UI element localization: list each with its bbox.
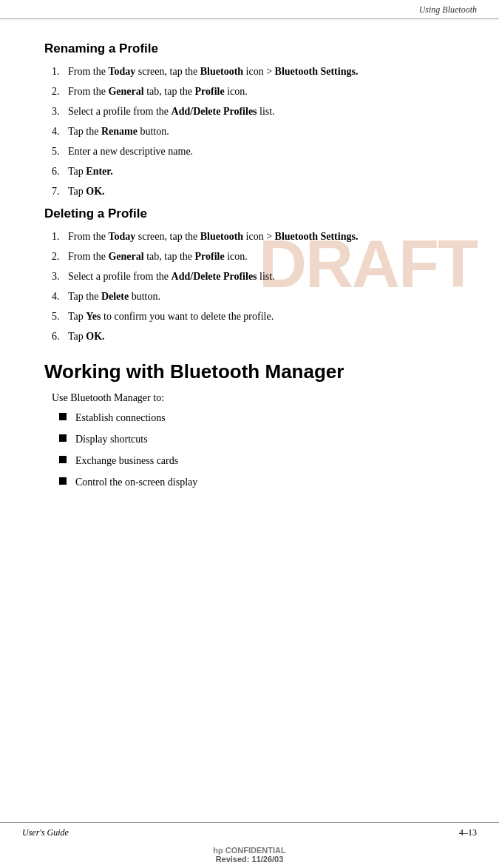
step-text: Tap the Rename button. bbox=[68, 124, 462, 139]
step-text: Select a profile from the Add/Delete Pro… bbox=[68, 104, 462, 119]
step-item: 1. From the Today screen, tap the Blueto… bbox=[44, 64, 462, 79]
step-num: 3. bbox=[52, 269, 68, 284]
deleting-steps: 1. From the Today screen, tap the Blueto… bbox=[44, 229, 462, 344]
step-num: 1. bbox=[52, 229, 68, 244]
step-num: 6. bbox=[52, 164, 68, 179]
bold-text: Profile bbox=[194, 251, 224, 262]
bold-text: Enter. bbox=[86, 166, 112, 177]
footer-confidential: hp CONFIDENTIAL Revised: 11/26/03 bbox=[0, 843, 499, 868]
content-area: DRAFT Renaming a Profile 1. From the Tod… bbox=[0, 19, 499, 822]
step-num: 5. bbox=[52, 309, 68, 324]
bold-text: Bluetooth bbox=[200, 66, 243, 77]
bold-text: General bbox=[108, 86, 143, 97]
step-num: 4. bbox=[52, 289, 68, 304]
footer-left: User's Guide bbox=[22, 827, 69, 838]
bullet-item: Display shortcuts bbox=[59, 431, 462, 447]
bold-text: Bluetooth Settings. bbox=[275, 231, 359, 242]
step-item: 5. Tap Yes to confirm you want to delete… bbox=[44, 309, 462, 324]
working-heading: Working with Bluetooth Manager bbox=[44, 360, 462, 383]
step-item: 6. Tap OK. bbox=[44, 329, 462, 344]
bullet-icon bbox=[59, 434, 67, 442]
bullet-icon bbox=[59, 477, 67, 485]
bullet-text: Establish connections bbox=[75, 410, 166, 425]
revised-label: Revised: 11/26/03 bbox=[0, 855, 499, 864]
bold-text: Profile bbox=[194, 86, 224, 97]
step-num: 1. bbox=[52, 64, 68, 79]
step-item: 5. Enter a new descriptive name. bbox=[44, 144, 462, 159]
step-text: From the General tab, tap the Profile ic… bbox=[68, 249, 462, 264]
bold-text: Bluetooth Settings. bbox=[275, 66, 359, 77]
step-num: 4. bbox=[52, 124, 68, 139]
bullet-icon bbox=[59, 456, 67, 463]
renaming-section: Renaming a Profile 1. From the Today scr… bbox=[44, 41, 462, 199]
step-num: 6. bbox=[52, 329, 68, 344]
deleting-heading: Deleting a Profile bbox=[44, 206, 462, 221]
bold-text: Delete bbox=[101, 291, 129, 302]
step-item: 4. Tap the Delete button. bbox=[44, 289, 462, 304]
step-num: 5. bbox=[52, 144, 68, 159]
step-item: 7. Tap OK. bbox=[44, 184, 462, 199]
working-intro: Use Bluetooth Manager to: bbox=[44, 392, 462, 404]
bold-text: Yes bbox=[86, 311, 101, 322]
footer-bar: User's Guide 4–13 bbox=[0, 822, 499, 843]
step-num: 3. bbox=[52, 104, 68, 119]
step-text: Tap the Delete button. bbox=[68, 289, 462, 304]
bullet-text: Exchange business cards bbox=[75, 453, 178, 468]
step-num: 7. bbox=[52, 184, 68, 199]
page-container: Using Bluetooth DRAFT Renaming a Profile… bbox=[0, 0, 499, 868]
bullet-text: Control the on-screen display bbox=[75, 474, 197, 490]
bullet-text: Display shortcuts bbox=[75, 431, 148, 447]
step-text: Select a profile from the Add/Delete Pro… bbox=[68, 269, 462, 284]
deleting-section: Deleting a Profile 1. From the Today scr… bbox=[44, 206, 462, 344]
header-title: Using Bluetooth bbox=[419, 4, 477, 16]
bullet-icon bbox=[59, 413, 67, 420]
step-item: 2. From the General tab, tap the Profile… bbox=[44, 249, 462, 264]
bullet-item: Exchange business cards bbox=[59, 453, 462, 468]
bold-text: Bluetooth bbox=[200, 231, 243, 242]
step-text: Enter a new descriptive name. bbox=[68, 144, 462, 159]
bold-text: Add/Delete Profiles bbox=[172, 106, 257, 117]
bold-text: OK. bbox=[86, 331, 104, 342]
step-text: From the General tab, tap the Profile ic… bbox=[68, 84, 462, 99]
confidential-label: hp CONFIDENTIAL bbox=[0, 846, 499, 855]
bullet-item: Establish connections bbox=[59, 410, 462, 425]
step-text: Tap OK. bbox=[68, 184, 462, 199]
step-text: From the Today screen, tap the Bluetooth… bbox=[68, 64, 462, 79]
working-section: Working with Bluetooth Manager Use Bluet… bbox=[44, 360, 462, 490]
bold-text: OK. bbox=[86, 186, 104, 197]
step-text: From the Today screen, tap the Bluetooth… bbox=[68, 229, 462, 244]
bullet-item: Control the on-screen display bbox=[59, 474, 462, 490]
bold-text: Today bbox=[108, 231, 135, 242]
page-header: Using Bluetooth bbox=[0, 0, 499, 19]
step-item: 2. From the General tab, tap the Profile… bbox=[44, 84, 462, 99]
step-text: Tap Yes to confirm you want to delete th… bbox=[68, 309, 462, 324]
renaming-heading: Renaming a Profile bbox=[44, 41, 462, 56]
step-item: 4. Tap the Rename button. bbox=[44, 124, 462, 139]
working-bullets: Establish connections Display shortcuts … bbox=[59, 410, 462, 490]
bold-text: General bbox=[108, 251, 143, 262]
step-item: 3. Select a profile from the Add/Delete … bbox=[44, 104, 462, 119]
footer-area: User's Guide 4–13 hp CONFIDENTIAL Revise… bbox=[0, 822, 499, 868]
renaming-steps: 1. From the Today screen, tap the Blueto… bbox=[44, 64, 462, 199]
bold-text: Rename bbox=[101, 126, 138, 137]
bold-text: Today bbox=[108, 66, 135, 77]
step-num: 2. bbox=[52, 249, 68, 264]
footer-page-number: 4–13 bbox=[459, 827, 477, 838]
step-text: Tap OK. bbox=[68, 329, 462, 344]
content-wrapper: Renaming a Profile 1. From the Today scr… bbox=[44, 41, 462, 490]
step-num: 2. bbox=[52, 84, 68, 99]
step-text: Tap Enter. bbox=[68, 164, 462, 179]
step-item: 1. From the Today screen, tap the Blueto… bbox=[44, 229, 462, 244]
step-item: 3. Select a profile from the Add/Delete … bbox=[44, 269, 462, 284]
bold-text: Add/Delete Profiles bbox=[172, 271, 257, 282]
step-item: 6. Tap Enter. bbox=[44, 164, 462, 179]
